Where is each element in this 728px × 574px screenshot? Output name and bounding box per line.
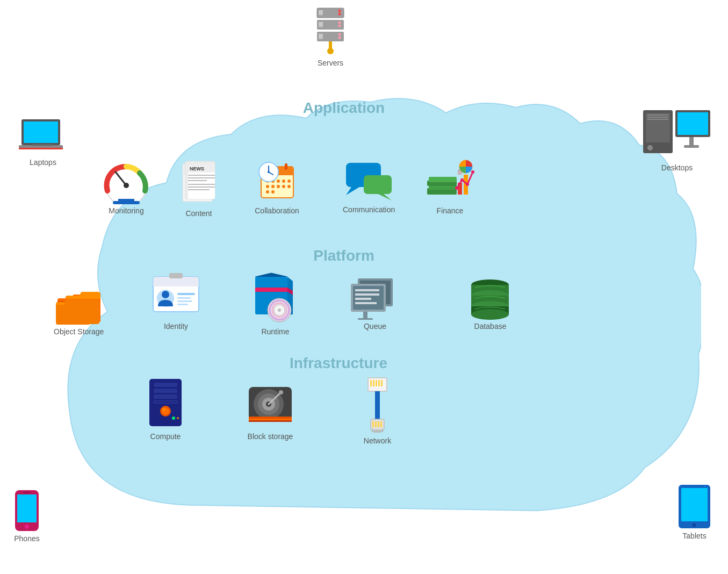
svg-rect-174 — [375, 421, 377, 427]
svg-rect-168 — [376, 380, 377, 386]
svg-point-79 — [266, 185, 269, 188]
svg-rect-30 — [647, 117, 668, 118]
svg-point-39 — [25, 525, 29, 529]
desktops-item: Desktops — [642, 107, 712, 172]
svg-rect-132 — [355, 289, 379, 291]
tablets-label: Tablets — [682, 532, 706, 540]
svg-rect-171 — [375, 391, 380, 421]
svg-point-7 — [338, 13, 341, 16]
svg-point-161 — [279, 390, 283, 394]
svg-rect-66 — [188, 184, 215, 185]
svg-rect-175 — [378, 421, 379, 427]
svg-rect-117 — [177, 293, 195, 295]
svg-rect-169 — [378, 380, 380, 386]
svg-point-43 — [693, 523, 696, 527]
svg-rect-38 — [17, 494, 37, 522]
object-storage-item: Object Storage — [54, 285, 104, 336]
svg-rect-119 — [177, 300, 192, 302]
svg-rect-36 — [684, 145, 699, 148]
svg-point-84 — [266, 190, 269, 193]
tablets-item: Tablets — [677, 484, 712, 540]
svg-point-76 — [277, 180, 280, 183]
communication-icon — [343, 160, 394, 203]
servers-icon — [312, 5, 349, 56]
content-item: NEWS Content — [177, 159, 220, 218]
phones-item: Phones — [13, 489, 40, 543]
svg-rect-34 — [677, 112, 708, 135]
svg-rect-17 — [319, 36, 323, 38]
compute-item: Compute — [144, 376, 187, 441]
svg-point-103 — [460, 178, 464, 182]
svg-rect-136 — [363, 312, 367, 318]
svg-rect-42 — [681, 488, 708, 521]
compute-icon — [144, 376, 187, 430]
svg-rect-29 — [647, 114, 668, 116]
svg-rect-5 — [319, 12, 323, 14]
servers-item: Servers — [312, 5, 349, 67]
runtime-icon — [250, 271, 301, 325]
svg-rect-110 — [64, 299, 99, 324]
database-icon — [467, 274, 513, 320]
svg-rect-63 — [188, 175, 215, 176]
phones-label: Phones — [14, 534, 39, 543]
svg-rect-68 — [188, 189, 210, 190]
svg-point-153 — [172, 417, 175, 420]
svg-rect-122 — [255, 288, 287, 292]
svg-rect-114 — [169, 273, 183, 278]
collaboration-icon — [251, 156, 302, 204]
infrastructure-label: Infrastructure — [226, 355, 451, 372]
svg-rect-166 — [370, 380, 372, 386]
database-label: Database — [474, 322, 507, 331]
svg-rect-134 — [355, 298, 371, 300]
svg-rect-40 — [23, 492, 31, 493]
svg-point-13 — [338, 25, 341, 27]
svg-rect-4 — [319, 10, 323, 12]
svg-point-47 — [124, 183, 129, 188]
svg-point-32 — [647, 145, 653, 150]
svg-point-125 — [278, 308, 281, 312]
svg-point-105 — [471, 170, 474, 174]
svg-point-21 — [327, 48, 334, 54]
svg-rect-26 — [19, 148, 63, 149]
finance-item: Finance — [424, 159, 475, 215]
svg-point-18 — [338, 33, 341, 36]
runtime-item: Runtime — [250, 271, 301, 336]
monitoring-item: Monitoring — [102, 161, 150, 215]
monitoring-label: Monitoring — [109, 206, 143, 215]
svg-point-82 — [282, 185, 285, 188]
svg-rect-173 — [372, 421, 374, 427]
laptops-label: Laptops — [30, 158, 56, 167]
laptops-icon — [16, 118, 70, 156]
network-icon — [357, 375, 398, 434]
identity-item: Identity — [150, 271, 201, 331]
network-item: Network — [357, 375, 398, 445]
queue-label: Queue — [364, 322, 386, 331]
collaboration-item: Collaboration — [251, 156, 302, 215]
svg-rect-120 — [177, 304, 188, 305]
svg-rect-176 — [380, 421, 382, 427]
svg-rect-146 — [154, 383, 177, 387]
svg-rect-35 — [689, 137, 694, 145]
object-storage-icon — [55, 285, 103, 325]
database-item: Database — [467, 274, 513, 331]
svg-rect-11 — [319, 24, 323, 26]
svg-rect-170 — [381, 380, 383, 386]
svg-point-77 — [282, 180, 285, 183]
svg-point-44 — [704, 485, 706, 487]
svg-rect-93 — [364, 175, 392, 194]
block-storage-item: Block storage — [246, 382, 294, 441]
svg-rect-118 — [177, 297, 191, 299]
svg-rect-133 — [355, 293, 379, 296]
svg-point-104 — [466, 183, 469, 186]
block-storage-label: Block storage — [248, 432, 293, 441]
svg-marker-92 — [346, 187, 359, 195]
block-storage-icon — [246, 382, 294, 430]
content-icon: NEWS — [177, 159, 220, 207]
svg-rect-98 — [429, 177, 457, 182]
identity-icon — [150, 271, 201, 320]
svg-rect-113 — [153, 282, 199, 286]
laptops-item: Laptops — [16, 118, 70, 167]
svg-rect-73 — [285, 163, 287, 170]
svg-point-19 — [338, 37, 341, 39]
svg-point-116 — [162, 291, 169, 298]
